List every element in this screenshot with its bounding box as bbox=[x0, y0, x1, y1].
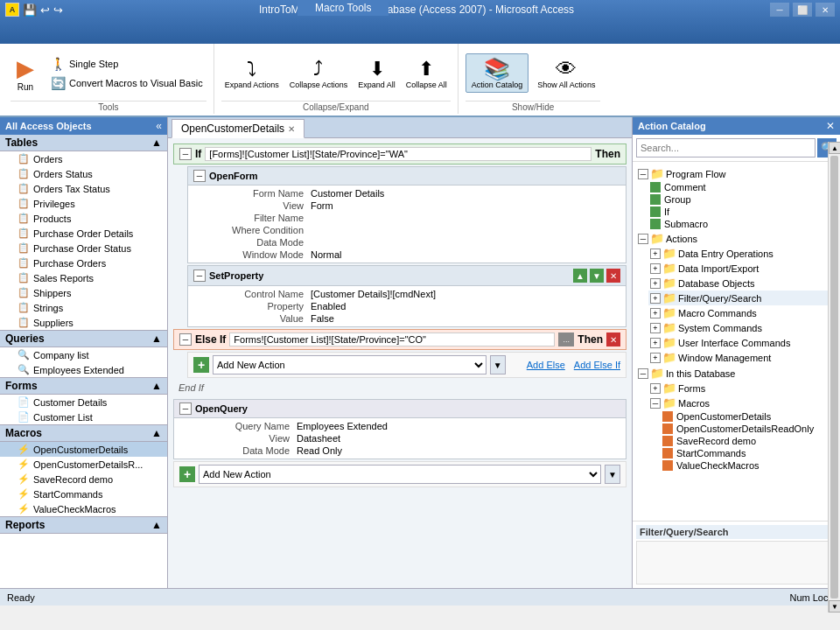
convert-macros-button[interactable]: 🔄 Convert Macros to Visual Basic bbox=[47, 74, 206, 92]
tree-item-data-import[interactable]: + 📁 Data Import/Export bbox=[648, 261, 836, 276]
if-block: ─ If [Forms]![Customer List]![State/Prov… bbox=[173, 144, 626, 164]
add-new-action-plus-btn[interactable]: + bbox=[193, 357, 209, 373]
else-if-delete-btn[interactable]: ✕ bbox=[606, 332, 620, 346]
nav-panel-collapse-btn[interactable]: « bbox=[156, 120, 162, 132]
tree-node-actions-header[interactable]: ─ 📁 Actions bbox=[636, 231, 836, 246]
nav-item[interactable]: ⚡SaveRecord demo bbox=[0, 472, 167, 486]
designer-tab[interactable]: OpenCustomerDetails ✕ bbox=[172, 119, 304, 138]
action-catalog-button[interactable]: 📚 Action Catalog bbox=[466, 53, 529, 94]
collapse-actions-button[interactable]: ⤴ Collapse Actions bbox=[286, 55, 352, 92]
nav-item[interactable]: 📋Purchase Order Details bbox=[0, 226, 167, 241]
qat-save[interactable]: 💾 bbox=[23, 4, 37, 17]
catalog-bottom-content bbox=[636, 541, 836, 584]
tree-node-program-flow-header[interactable]: ─ 📁 Program Flow bbox=[636, 166, 836, 181]
nav-section-queries[interactable]: Queries▲ bbox=[0, 330, 167, 347]
tree-item-ui-commands[interactable]: + 📁 User Interface Commands bbox=[648, 335, 836, 350]
collapse-all-button[interactable]: ⬆ Collapse All bbox=[402, 55, 451, 92]
nav-item[interactable]: 📋Purchase Order Status bbox=[0, 241, 167, 256]
expand-all-button[interactable]: ⬇ Expand All bbox=[354, 55, 399, 92]
nav-item[interactable]: 📋Orders Tax Status bbox=[0, 181, 167, 196]
open-form-collapse-btn[interactable]: ─ bbox=[193, 170, 206, 182]
nav-panel: All Access Objects « Tables▲ 📋Orders 📋Or… bbox=[0, 117, 168, 588]
open-query-action: ─ OpenQuery Query Name Employees Extende… bbox=[173, 399, 626, 459]
tree-item-filter-query[interactable]: + 📁 Filter/Query/Search bbox=[648, 290, 836, 305]
tree-item-macros-folder[interactable]: ─ 📁 Macros bbox=[648, 396, 836, 410]
tree-node-in-database-header[interactable]: ─ 📁 In this Database bbox=[636, 366, 836, 381]
tree-item-macro-1[interactable]: OpenCustomerDetails bbox=[661, 410, 836, 423]
add-action-dropdown-btn[interactable]: ▼ bbox=[490, 355, 506, 374]
close-btn[interactable]: ✕ bbox=[816, 3, 835, 17]
tree-item-forms-folder[interactable]: + 📁 Forms bbox=[648, 381, 836, 396]
else-if-block: ─ Else If ... Then ✕ bbox=[173, 329, 626, 350]
nav-item[interactable]: ⚡StartCommands bbox=[0, 486, 167, 501]
run-button[interactable]: ▶ Run bbox=[10, 52, 40, 95]
catalog-search-bar: 🔍 bbox=[633, 135, 840, 162]
nav-item[interactable]: 📋Orders bbox=[0, 151, 167, 166]
tree-item-macro-5[interactable]: ValueCheckMacros bbox=[661, 459, 836, 472]
nav-item[interactable]: 📋Purchase Orders bbox=[0, 256, 167, 270]
nav-item-customer-list[interactable]: 📄Customer List bbox=[0, 410, 167, 424]
add-action-dropdown-btn-2[interactable]: ▼ bbox=[605, 465, 620, 484]
add-else-if-link[interactable]: Add Else If bbox=[574, 360, 620, 370]
tree-item-if[interactable]: If bbox=[648, 206, 836, 218]
tree-item-comment[interactable]: Comment bbox=[648, 181, 836, 193]
else-if-condition-input[interactable] bbox=[229, 332, 555, 346]
nav-item[interactable]: 📋Products bbox=[0, 211, 167, 226]
tree-item-submacro[interactable]: Submacro bbox=[648, 218, 836, 230]
nav-section-macros[interactable]: Macros▲ bbox=[0, 424, 167, 442]
tree-item-macro-3[interactable]: SaveRecord demo bbox=[661, 435, 836, 447]
nav-item-company-list[interactable]: 🔍Company list bbox=[0, 347, 167, 362]
nav-item[interactable]: 📋Orders Status bbox=[0, 166, 167, 181]
nav-item-shippers[interactable]: 📋Shippers bbox=[0, 285, 167, 300]
move-down-btn[interactable]: ▼ bbox=[590, 269, 604, 283]
tree-item-macro-commands[interactable]: + 📁 Macro Commands bbox=[648, 305, 836, 320]
nav-item[interactable]: ⚡ValueCheckMacros bbox=[0, 501, 167, 516]
nav-item[interactable]: 📋Sales Reports bbox=[0, 270, 167, 285]
title-bar-title: IntroToMacroDesigner : Database (Access … bbox=[66, 4, 766, 16]
expand-actions-button[interactable]: ⤵ Expand Actions bbox=[221, 55, 283, 92]
set-property-collapse-btn[interactable]: ─ bbox=[193, 270, 206, 282]
else-if-collapse-btn[interactable]: ─ bbox=[179, 333, 192, 346]
set-property-action: ─ SetProperty ▲ ▼ ✕ Control Name [Custom… bbox=[187, 265, 626, 327]
nav-item[interactable]: 📋Privileges bbox=[0, 196, 167, 211]
minimize-btn[interactable]: ─ bbox=[770, 3, 789, 17]
nav-item-customer-details[interactable]: 📄Customer Details bbox=[0, 395, 167, 410]
nav-item[interactable]: 📋Suppliers bbox=[0, 315, 167, 330]
qat-undo[interactable]: ↩ bbox=[40, 4, 50, 17]
nav-panel-header: All Access Objects « bbox=[0, 117, 167, 135]
designer-tab-close[interactable]: ✕ bbox=[288, 124, 295, 134]
show-all-actions-button[interactable]: 👁 Show All Actions bbox=[532, 54, 600, 93]
tree-item-system-commands[interactable]: + 📁 System Commands bbox=[648, 320, 836, 335]
nav-item[interactable]: 📋Strings bbox=[0, 300, 167, 315]
nav-section-tables[interactable]: Tables▲ bbox=[0, 135, 167, 151]
add-new-action-plus-btn-2[interactable]: + bbox=[179, 466, 195, 482]
delete-action-btn[interactable]: ✕ bbox=[606, 269, 620, 283]
add-new-action-select-2[interactable]: Add New Action bbox=[199, 465, 601, 484]
nav-section-reports[interactable]: Reports▲ bbox=[0, 516, 167, 534]
catalog-tree: ─ 📁 Program Flow Comment Group bbox=[633, 162, 840, 521]
qat-redo[interactable]: ↪ bbox=[53, 4, 63, 17]
tree-item-data-entry[interactable]: + 📁 Data Entry Operations bbox=[648, 246, 836, 261]
nav-section-forms[interactable]: Forms▲ bbox=[0, 377, 167, 395]
tree-item-window-mgmt[interactable]: + 📁 Window Management bbox=[648, 350, 836, 365]
tree-item-macro-4[interactable]: StartCommands bbox=[661, 447, 836, 459]
add-new-action-select[interactable]: Add New Action bbox=[213, 355, 486, 374]
catalog-close-btn[interactable]: ✕ bbox=[826, 120, 835, 132]
single-step-button[interactable]: 🚶 Single Step bbox=[47, 55, 206, 73]
nav-item-employees-extended[interactable]: 🔍Employees Extended bbox=[0, 362, 167, 377]
else-if-condition-btn[interactable]: ... bbox=[558, 332, 574, 346]
end-if-label: End If bbox=[173, 380, 626, 396]
restore-btn[interactable]: ⬜ bbox=[793, 3, 812, 17]
tree-item-database-objects[interactable]: + 📁 Database Objects bbox=[648, 276, 836, 290]
nav-item-open-customer-details[interactable]: ⚡OpenCustomerDetails bbox=[0, 442, 167, 457]
tree-item-group[interactable]: Group bbox=[648, 193, 836, 206]
tree-node-program-flow: ─ 📁 Program Flow Comment Group bbox=[636, 166, 836, 230]
if-collapse-btn[interactable]: ─ bbox=[179, 148, 192, 160]
move-up-btn[interactable]: ▲ bbox=[573, 269, 587, 283]
catalog-header: Action Catalog ✕ bbox=[633, 117, 840, 135]
open-query-collapse-btn[interactable]: ─ bbox=[179, 402, 192, 415]
nav-item[interactable]: ⚡OpenCustomerDetailsR... bbox=[0, 457, 167, 472]
add-else-link[interactable]: Add Else bbox=[527, 360, 565, 370]
tree-item-macro-2[interactable]: OpenCustomerDetailsReadOnly bbox=[661, 423, 836, 435]
catalog-search-input[interactable] bbox=[636, 138, 816, 158]
